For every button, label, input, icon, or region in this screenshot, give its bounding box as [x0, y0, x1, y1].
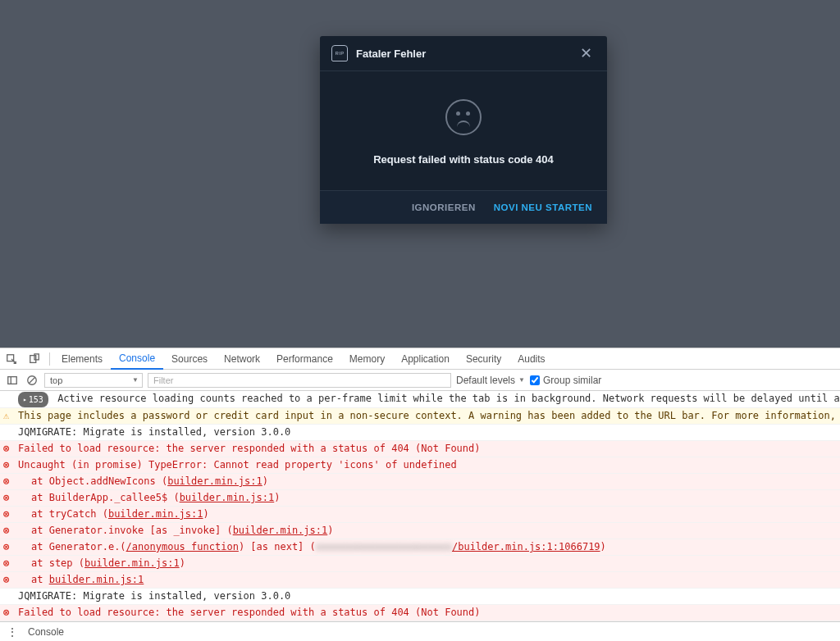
stack-frame: at builder.min.js:1	[0, 572, 840, 589]
tab-application[interactable]: Application	[393, 348, 458, 369]
log-levels-select[interactable]: Default levels	[456, 375, 525, 386]
close-icon[interactable]: ✕	[577, 44, 596, 62]
modal-body: Request failed with status code 404	[320, 71, 607, 190]
device-toolbar-icon[interactable]	[23, 348, 46, 369]
sad-face-icon	[445, 99, 482, 135]
stack-frame: at BuilderApp._callee5$ (builder.min.js:…	[0, 490, 840, 507]
stack-frame: at Object.addNewIcons (builder.min.js:1)	[0, 474, 840, 490]
console-toolbar: top Filter Default levels Group similar	[0, 370, 840, 391]
footer-menu-icon[interactable]: ⋮	[3, 625, 21, 639]
modal-title-wrap: Fataler Fehler	[331, 45, 426, 61]
stack-frame: at Generator.e.(/anonymous function) [as…	[0, 539, 840, 556]
tab-console[interactable]: Console	[111, 349, 163, 370]
source-link[interactable]: /builder.min.js:1:1066719	[452, 541, 600, 552]
restart-button[interactable]: NOVI NEU STARTEN	[494, 202, 592, 212]
group-similar-input[interactable]	[530, 375, 540, 385]
stack-frame: at tryCatch (builder.min.js:1)	[0, 507, 840, 523]
devtools-panel: Elements Console Sources Network Perform…	[0, 348, 840, 641]
stack-frame: at step (builder.min.js:1)	[0, 556, 840, 572]
modal-header: Fataler Fehler ✕	[320, 36, 607, 71]
modal-title: Fataler Fehler	[356, 48, 426, 60]
fatal-error-modal: Fataler Fehler ✕ Request failed with sta…	[320, 36, 607, 224]
levels-value: Default levels	[456, 375, 515, 386]
devtools-footer: ⋮ Console	[0, 621, 840, 641]
source-link[interactable]: builder.min.js:1	[167, 475, 262, 487]
app-background: Fataler Fehler ✕ Request failed with sta…	[0, 0, 840, 348]
log-info: JQMIGRATE: Migrate is installed, version…	[0, 589, 840, 605]
modal-footer: IGNORIEREN NOVI NEU STARTEN	[320, 190, 607, 224]
console-output[interactable]: 153 Active resource loading counts reach…	[0, 391, 840, 621]
source-link[interactable]: builder.min.js:1	[180, 492, 275, 503]
log-info: 153 Active resource loading counts reach…	[0, 391, 840, 408]
source-link[interactable]: builder.min.js:1	[233, 525, 328, 536]
footer-tab-console[interactable]: Console	[28, 626, 64, 638]
svg-rect-2	[34, 353, 39, 359]
tab-audits[interactable]: Audits	[509, 348, 553, 369]
separator	[49, 352, 50, 366]
tombstone-icon	[331, 45, 348, 61]
tab-sources[interactable]: Sources	[163, 348, 216, 369]
modal-message: Request failed with status code 404	[373, 153, 554, 166]
log-error: Failed to load resource: the server resp…	[0, 605, 840, 621]
ignore-button[interactable]: IGNORIEREN	[412, 202, 476, 212]
clear-console-icon[interactable]	[25, 370, 39, 390]
log-count-badge: 153	[18, 392, 48, 407]
tab-elements[interactable]: Elements	[53, 348, 111, 369]
log-error: Uncaught (in promise) TypeError: Cannot …	[0, 457, 840, 474]
source-link[interactable]: builder.min.js:1	[84, 557, 180, 569]
stack-frame: at Generator.invoke [as _invoke] (builde…	[0, 523, 840, 539]
source-link[interactable]: builder.min.js:1	[49, 574, 144, 585]
filter-input[interactable]: Filter	[148, 373, 451, 388]
log-info: JQMIGRATE: Migrate is installed, version…	[0, 425, 840, 441]
devtools-tabbar: Elements Console Sources Network Perform…	[0, 348, 840, 370]
inspect-element-icon[interactable]	[0, 348, 23, 369]
source-link[interactable]: builder.min.js:1	[108, 508, 203, 520]
context-value: top	[50, 375, 62, 385]
group-similar-checkbox[interactable]: Group similar	[530, 375, 601, 386]
group-similar-label: Group similar	[543, 375, 601, 386]
svg-rect-1	[30, 355, 36, 362]
toggle-sidebar-icon[interactable]	[5, 370, 20, 390]
tab-performance[interactable]: Performance	[268, 348, 341, 369]
tab-security[interactable]: Security	[458, 348, 509, 369]
source-link[interactable]: /anonymous function	[126, 541, 239, 552]
context-select[interactable]: top	[44, 373, 143, 388]
tab-memory[interactable]: Memory	[341, 348, 393, 369]
svg-rect-3	[8, 376, 17, 384]
log-error: Failed to load resource: the server resp…	[0, 441, 840, 457]
tab-network[interactable]: Network	[216, 348, 268, 369]
log-warn: This page includes a password or credit …	[0, 408, 840, 425]
